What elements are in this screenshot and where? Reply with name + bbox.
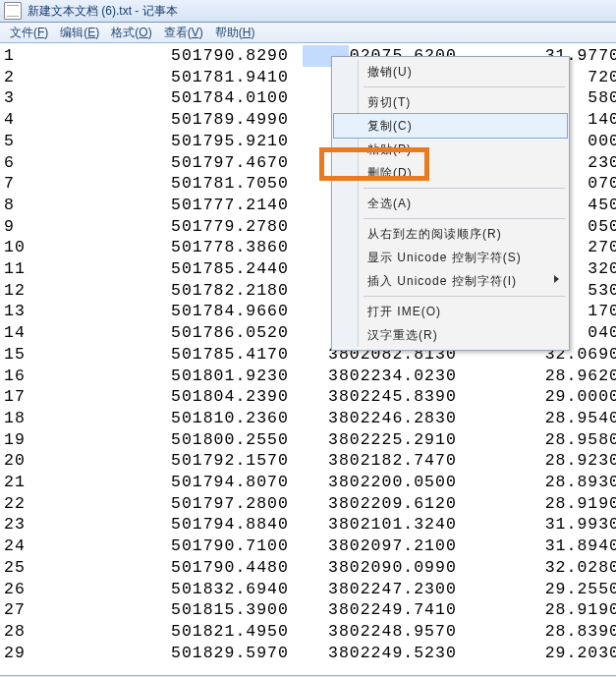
text-line: 18501810.23603802246.283028.9540 [4,408,616,429]
menu-view[interactable]: 查看(V) [158,23,209,43]
context-menu-item-label: 打开 IME(O) [367,305,441,318]
text-line: 27501815.39003802249.741028.9190 [4,599,616,621]
text-line: 20501792.15703802182.747028.9230 [4,450,616,472]
title-bar: 新建文本文档 (6).txt - 记事本 [0,0,616,23]
context-menu-item[interactable]: 复制(C) [333,113,568,139]
context-menu-item-label: 显示 Unicode 控制字符(S) [367,251,522,264]
context-menu-item[interactable]: 粘贴(P) [334,138,567,161]
context-menu: 撤销(U)剪切(T)复制(C)粘贴(P)删除(D)全选(A)从右到左的阅读顺序(… [331,56,570,351]
context-menu-item[interactable]: 显示 Unicode 控制字符(S) [334,246,567,269]
context-menu-item-label: 汉字重选(R) [367,328,438,342]
context-menu-item-label: 插入 Unicode 控制字符(I) [367,274,517,288]
context-menu-item[interactable]: 全选(A) [334,192,567,215]
text-line: 21501794.80703802200.050028.8930 [4,472,616,493]
context-menu-item-label: 全选(A) [367,197,412,210]
text-line: 17501804.23903802245.839029.0000 [4,386,616,408]
text-line: 16501801.92303802234.023028.9620 [4,366,616,387]
context-menu-item[interactable]: 汉字重选(R) [334,323,567,347]
context-menu-item-label: 撤销(U) [367,65,413,79]
context-menu-separator [364,86,565,87]
context-menu-item[interactable]: 从右到左的阅读顺序(R) [334,222,567,246]
menu-format[interactable]: 格式(O) [105,23,157,43]
text-line: 26501832.69403802247.230029.2550 [4,579,616,600]
menu-help[interactable]: 帮助(H) [209,23,261,43]
context-menu-item[interactable]: 删除(D) [334,161,567,185]
text-line: 24501790.71003802097.210031.8940 [4,536,616,557]
context-menu-item[interactable]: 插入 Unicode 控制字符(I) [334,269,567,293]
text-line: 29501829.59703802249.523029.2030 [4,643,616,664]
menu-file[interactable]: 文件(F) [4,23,54,43]
submenu-arrow-icon [554,275,559,283]
context-menu-item-label: 粘贴(P) [367,142,412,156]
context-menu-item-label: 从右到左的阅读顺序(R) [367,227,502,241]
context-menu-separator [364,188,565,189]
text-editor[interactable]: 1501790.82903802075.620031.97702501781.9… [0,43,616,675]
context-menu-separator [364,218,565,219]
menu-edit[interactable]: 编辑(E) [54,23,105,43]
text-line: 25501790.44803802090.099032.0280 [4,557,616,579]
notepad-icon [4,2,22,20]
menu-bar: 文件(F) 编辑(E) 格式(O) 查看(V) 帮助(H) [0,23,616,43]
window-title: 新建文本文档 (6).txt - 记事本 [26,3,178,20]
context-menu-item-label: 删除(D) [367,166,413,180]
context-menu-item[interactable]: 撤销(U) [334,60,567,84]
context-menu-item[interactable]: 剪切(T) [334,90,567,114]
context-menu-item[interactable]: 打开 IME(O) [334,300,567,323]
text-line: 23501794.88403802101.324031.9930 [4,514,616,536]
context-menu-item-label: 复制(C) [367,119,413,133]
context-menu-separator [364,296,565,297]
text-line: 22501797.28003802209.612028.9190 [4,493,616,515]
text-line: 19501800.25503802225.291028.9580 [4,429,616,451]
text-line: 28501821.49503802248.957028.8390 [4,621,616,643]
context-menu-item-label: 剪切(T) [367,95,411,109]
